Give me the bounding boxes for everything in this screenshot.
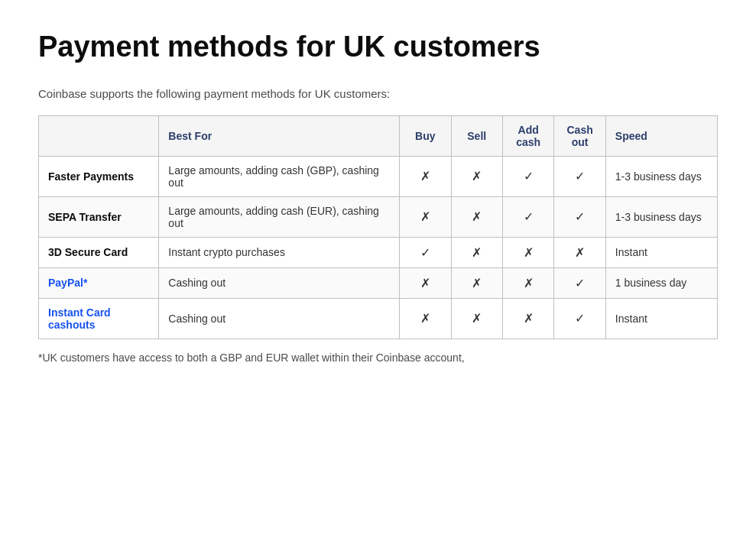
header-cashout: Cash out xyxy=(554,115,605,156)
method-speed: 1-3 business days xyxy=(605,196,717,237)
table-row: 3D Secure CardInstant crypto purchases✓✗… xyxy=(39,237,718,267)
method-speed: 1 business day xyxy=(605,267,717,298)
method-sell: ✗ xyxy=(451,267,502,298)
method-name-cell: Instant Card cashouts xyxy=(39,298,159,339)
table-row: PayPal*Cashing out✗✗✗✓1 business day xyxy=(39,267,718,298)
method-name-cell: PayPal* xyxy=(39,267,159,298)
method-sell: ✗ xyxy=(451,156,502,196)
method-name-cell: SEPA Transfer xyxy=(39,196,159,237)
method-name: PayPal* xyxy=(48,277,87,289)
method-addcash: ✓ xyxy=(502,156,553,196)
header-bestfor: Best For xyxy=(159,115,400,156)
method-bestfor: Cashing out xyxy=(159,267,400,298)
method-buy: ✗ xyxy=(400,156,451,196)
header-speed: Speed xyxy=(605,115,717,156)
method-cashout: ✓ xyxy=(554,156,605,196)
method-name: 3D Secure Card xyxy=(48,246,128,258)
method-name-cell: Faster Payments xyxy=(39,156,159,196)
method-cashout: ✓ xyxy=(554,298,605,339)
method-cashout: ✗ xyxy=(554,237,605,267)
method-addcash: ✗ xyxy=(502,267,553,298)
table-row: SEPA TransferLarge amounts, adding cash … xyxy=(39,196,718,237)
method-bestfor: Large amounts, adding cash (GBP), cashin… xyxy=(159,156,400,196)
header-sell: Sell xyxy=(451,115,502,156)
method-bestfor: Cashing out xyxy=(159,298,400,339)
method-sell: ✗ xyxy=(451,196,502,237)
method-cashout: ✓ xyxy=(554,267,605,298)
footnote: *UK customers have access to both a GBP … xyxy=(38,352,718,364)
method-speed: 1-3 business days xyxy=(605,156,717,196)
method-sell: ✗ xyxy=(451,237,502,267)
subtitle: Coinbase supports the following payment … xyxy=(38,87,718,100)
payment-methods-table: Best For Buy Sell Add cash Cash out Spee… xyxy=(38,115,718,339)
method-speed: Instant xyxy=(605,237,717,267)
header-name xyxy=(39,115,159,156)
method-name: Instant Card cashouts xyxy=(48,306,111,331)
table-header-row: Best For Buy Sell Add cash Cash out Spee… xyxy=(39,115,718,156)
method-sell: ✗ xyxy=(451,298,502,339)
header-buy: Buy xyxy=(400,115,451,156)
method-bestfor: Large amounts, adding cash (EUR), cashin… xyxy=(159,196,400,237)
method-buy: ✗ xyxy=(400,298,451,339)
table-row: Faster PaymentsLarge amounts, adding cas… xyxy=(39,156,718,196)
header-addcash: Add cash xyxy=(502,115,553,156)
method-name: Faster Payments xyxy=(48,170,134,183)
method-name-cell: 3D Secure Card xyxy=(39,237,159,267)
method-buy: ✗ xyxy=(400,267,451,298)
method-addcash: ✗ xyxy=(502,298,553,339)
method-bestfor: Instant crypto purchases xyxy=(159,237,400,267)
method-cashout: ✓ xyxy=(554,196,605,237)
method-speed: Instant xyxy=(605,298,717,339)
method-addcash: ✗ xyxy=(502,237,553,267)
table-row: Instant Card cashoutsCashing out✗✗✗✓Inst… xyxy=(39,298,718,339)
method-buy: ✗ xyxy=(400,196,451,237)
method-buy: ✓ xyxy=(400,237,451,267)
page-title: Payment methods for UK customers xyxy=(38,31,718,64)
method-addcash: ✓ xyxy=(502,196,553,237)
method-name: SEPA Transfer xyxy=(48,211,122,223)
